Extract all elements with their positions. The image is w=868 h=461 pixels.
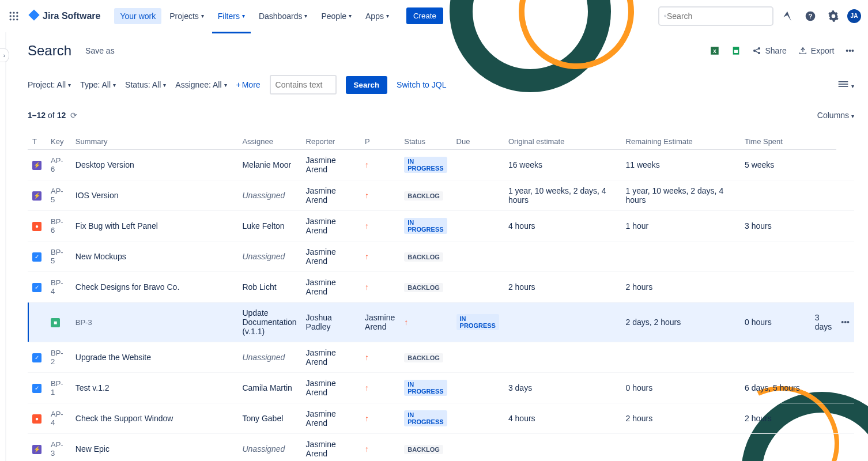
issue-summary[interactable]: Upgrade the Website (71, 342, 238, 373)
nav-projects[interactable]: Projects▾ (164, 8, 210, 24)
status-badge[interactable]: IN PROGRESS (456, 314, 499, 330)
issue-summary[interactable]: New Epic (71, 434, 238, 462)
more-actions-icon[interactable]: ••• (846, 46, 854, 55)
nav-filters[interactable]: Filters▾ (212, 8, 251, 24)
issue-key[interactable]: BP-4 (46, 272, 71, 303)
issue-summary[interactable]: Test v.1.2 (71, 373, 238, 403)
row-actions-icon[interactable] (810, 373, 837, 403)
sidebar-expand-button[interactable]: › (0, 48, 9, 62)
col-due[interactable]: Due (452, 134, 504, 150)
issue-reporter[interactable]: Jasmine Arend (301, 373, 360, 403)
col-priority[interactable]: P (360, 134, 399, 150)
status-badge[interactable]: BACKLOG (404, 252, 443, 262)
table-row[interactable]: ⚡ AP-3 New Epic Unassigned Jasmine Arend… (28, 434, 854, 462)
columns-toggle[interactable]: Columns ▾ (817, 111, 854, 120)
row-actions-icon[interactable] (810, 272, 837, 303)
issue-summary[interactable]: Desktop Version (71, 150, 238, 180)
row-actions-icon[interactable] (810, 180, 837, 211)
issue-reporter[interactable]: Jasmine Arend (360, 303, 399, 342)
nav-apps[interactable]: Apps▾ (360, 8, 395, 24)
issue-reporter[interactable]: Jasmine Arend (301, 211, 360, 241)
issue-assignee[interactable]: Unassigned (237, 241, 301, 272)
issue-assignee[interactable]: Unassigned (237, 434, 301, 462)
col-key[interactable]: Key (46, 134, 71, 150)
table-row[interactable]: ✓ BP-1 Test v.1.2 Camila Martin Jasmine … (28, 373, 854, 403)
issue-assignee[interactable]: Unassigned (237, 180, 301, 211)
row-actions-icon[interactable] (810, 434, 837, 462)
issue-reporter[interactable]: Jasmine Arend (301, 241, 360, 272)
user-avatar[interactable]: JA (847, 9, 861, 23)
col-status[interactable]: Status (399, 134, 451, 150)
status-badge[interactable]: IN PROGRESS (404, 410, 447, 426)
issue-assignee[interactable]: Tony Gabel (237, 403, 301, 434)
issue-key[interactable]: BP-6 (46, 211, 71, 241)
product-logo[interactable]: Jira Software (23, 9, 105, 24)
issue-summary[interactable]: Check the Support Window (71, 403, 238, 434)
issue-key[interactable]: AP-5 (46, 180, 71, 211)
table-row[interactable]: ● BP-6 Fix Bug with Left Panel Luke Felt… (28, 211, 854, 241)
issue-key[interactable]: BP-5 (46, 241, 71, 272)
status-badge[interactable]: IN PROGRESS (404, 218, 447, 234)
table-row[interactable]: ● AP-4 Check the Support Window Tony Gab… (28, 403, 854, 434)
issue-reporter[interactable]: Jasmine Arend (301, 150, 360, 180)
issue-reporter[interactable]: Jasmine Arend (301, 342, 360, 373)
filter-assignee[interactable]: Assignee: All ▾ (175, 80, 227, 89)
notifications-icon[interactable] (778, 7, 797, 25)
view-toggle[interactable]: ▾ (837, 80, 854, 90)
status-badge[interactable]: BACKLOG (404, 191, 443, 201)
help-icon[interactable]: ? (801, 7, 820, 25)
status-badge[interactable]: IN PROGRESS (404, 380, 447, 396)
table-row[interactable]: ⚡ AP-6 Desktop Version Melanie Moor Jasm… (28, 150, 854, 180)
status-badge[interactable]: BACKLOG (404, 445, 443, 454)
issue-assignee[interactable]: Camila Martin (237, 373, 301, 403)
table-row[interactable]: ✓ BP-4 Check Designs for Bravo Co. Rob L… (28, 272, 854, 303)
filter-project[interactable]: Project: All ▾ (28, 80, 71, 89)
issue-reporter[interactable]: Jasmine Arend (301, 403, 360, 434)
issue-key[interactable]: BP-1 (46, 373, 71, 403)
issue-summary[interactable]: Check Designs for Bravo Co. (71, 272, 238, 303)
switch-to-jql-link[interactable]: Switch to JQL (397, 80, 446, 89)
row-actions-icon[interactable]: ••• (836, 303, 854, 342)
issue-key[interactable]: AP-4 (46, 403, 71, 434)
issue-reporter[interactable]: Jasmine Arend (301, 272, 360, 303)
refresh-icon[interactable]: ⟳ (70, 111, 77, 120)
row-actions-icon[interactable] (810, 342, 837, 373)
create-button[interactable]: Create (406, 7, 443, 24)
issue-assignee[interactable]: Unassigned (237, 342, 301, 373)
row-actions-icon[interactable] (810, 150, 837, 180)
issue-summary[interactable]: Update Documentation (v.1.1) (237, 303, 301, 342)
status-badge[interactable]: IN PROGRESS (404, 157, 447, 173)
table-row[interactable]: ✓ BP-5 New Mockups Unassigned Jasmine Ar… (28, 241, 854, 272)
issue-key[interactable]: BP-3 (71, 303, 238, 342)
nav-your-work[interactable]: Your work (114, 8, 161, 24)
col-assignee[interactable]: Assignee (237, 134, 301, 150)
nav-dashboards[interactable]: Dashboards▾ (253, 8, 314, 24)
col-original[interactable]: Original estimate (504, 134, 621, 150)
col-spent[interactable]: Time Spent (740, 134, 810, 150)
status-badge[interactable]: BACKLOG (404, 353, 443, 362)
filter-type[interactable]: Type: All ▾ (80, 80, 116, 89)
contains-text-input[interactable] (270, 75, 337, 95)
status-badge[interactable]: BACKLOG (404, 283, 443, 292)
save-as-link[interactable]: Save as (85, 46, 115, 55)
settings-icon[interactable] (824, 7, 843, 25)
issue-assignee[interactable]: Luke Felton (237, 211, 301, 241)
issue-key[interactable]: AP-6 (46, 150, 71, 180)
nav-people[interactable]: People▾ (315, 8, 357, 24)
search-button[interactable]: Search (346, 76, 387, 94)
issue-assignee[interactable]: Melanie Moor (237, 150, 301, 180)
issue-assignee[interactable]: Rob Licht (237, 272, 301, 303)
share-button[interactable]: Share (752, 46, 786, 55)
row-actions-icon[interactable] (810, 211, 837, 241)
issue-reporter[interactable]: Jasmine Arend (301, 434, 360, 462)
issue-summary[interactable]: New Mockups (71, 241, 238, 272)
issue-assignee[interactable]: Joshua Padley (301, 303, 360, 342)
row-actions-icon[interactable] (810, 241, 837, 272)
row-actions-icon[interactable] (810, 403, 837, 434)
table-row[interactable]: ⚡ AP-5 IOS Version Unassigned Jasmine Ar… (28, 180, 854, 211)
issue-summary[interactable]: Fix Bug with Left Panel (71, 211, 238, 241)
col-summary[interactable]: Summary (71, 134, 238, 150)
global-search[interactable] (658, 6, 773, 26)
filter-status[interactable]: Status: All ▾ (125, 80, 166, 89)
app-switcher-icon[interactable] (7, 9, 21, 23)
